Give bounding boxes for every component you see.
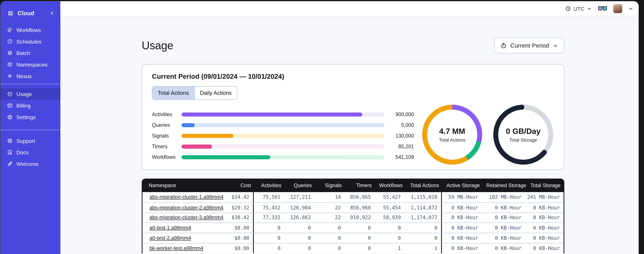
bar-value: 130,000 [388,133,414,139]
cell-total_storage: 241 MB-Hour [525,192,564,202]
column-header-queries: Queries [285,182,315,188]
clock-icon [565,6,571,12]
sidebar-item-workflows[interactable]: Workflows [0,24,60,36]
account-menu-chevron-icon[interactable] [628,6,633,11]
column-header-workflows: Workflows [376,182,406,188]
bar-track [182,123,384,127]
usage-icon [7,91,13,97]
cell-active_storage: 59 MB-Hour [442,192,482,202]
table-row: a0-test-2.a98mm4$0.000000000 KB-Hour0 KB… [142,233,564,243]
topbar: UTC [60,1,639,16]
column-header-activities: Activities [254,182,285,188]
cell-timers: 856,865 [345,192,375,202]
chevron-down-icon [553,43,558,48]
cell-total_actions: 1,115,018 [405,192,442,202]
cell-active_storage: 0 KB-Hour [442,244,482,253]
namespace-link[interactable]: abs-migration-cluster-1.a98mm4 [150,194,224,200]
cell-retained_storage: 0 KB-Hour [482,233,525,243]
donut-label: Total Storage [510,138,537,142]
tab-total-actions[interactable]: Total Actions [152,86,194,99]
bar-fill [182,112,362,116]
sidebar-item-welcome[interactable]: Welcome [0,158,60,170]
bar-label: Workflows [152,154,178,160]
cell-total_actions: 0 [405,233,442,243]
sidebar-item-nexus[interactable]: Nexus [0,70,60,82]
bar-track [182,144,384,148]
bar-track [182,155,384,159]
cell-active_storage: 0 KB-Hour [442,203,482,212]
bar-label: Queries [152,122,178,128]
batch-icon [7,50,13,56]
namespace-link[interactable]: a0-test-2.a98mm4 [150,235,191,241]
actions-bar-chart: Activities 900,000Queries 5,000Signals 1… [152,111,414,165]
donut-total-storage: 0 GB/Day Total Storage [493,105,553,165]
cell-retained_storage: 0 KB-Hour [482,223,525,233]
screen: Cloud Workflows Schedules Batch Namespac… [0,0,644,254]
timezone-selector[interactable]: UTC [565,6,592,12]
settings-icon [7,114,13,120]
chevron-down-icon [587,6,592,11]
period-selector-button[interactable]: Current Period [494,38,564,53]
feedback-glasses-icon[interactable] [598,6,607,12]
cell-workflows: 0 [375,233,405,243]
cell-queries: 126,984 [284,203,314,212]
cell-activities: 0 [254,233,284,243]
bar-label: Timers [152,144,178,150]
timezone-label: UTC [574,6,584,12]
cell-cost: $34.42 [227,192,254,202]
user-avatar[interactable] [613,4,622,13]
bar-fill [182,123,194,127]
page-title: Usage [142,39,173,52]
cell-cost: $0.00 [227,233,254,243]
cell-workflows: 55,454 [375,203,405,212]
sidebar-nav-account: Usage Billing Settings [0,84,60,128]
column-header-namespace: Namespace [142,182,228,188]
donut-center-text: 4.7 MM Total Actions [422,105,482,165]
bar-fill [182,134,233,138]
usage-table: NamespaceCostActivitiesQueriesSignalsTim… [142,178,564,253]
tab-daily-actions[interactable]: Daily Actions [194,86,237,99]
cell-retained_storage: 0 KB-Hour [482,203,525,212]
main-area: UTC Usage Current Period [60,1,639,254]
cell-signals: 14 [314,192,345,202]
table-row: abs-migration-cluster-3.a98mm4$38.4277,3… [142,212,564,223]
cell-timers: 0 [345,233,375,243]
sidebar-item-label: Usage [16,91,32,97]
cell-total_storage: 0 KB-Hour [525,203,564,212]
sidebar-item-label: Nexus [16,73,32,79]
cell-activities: 0 [254,223,284,233]
sidebar-item-batch[interactable]: Batch [0,47,60,59]
cell-active_storage: 0 KB-Hour [442,213,482,223]
docs-icon [7,150,13,155]
sidebar-item-billing[interactable]: Billing [0,100,60,111]
cell-queries: 0 [284,223,314,233]
sidebar-item-label: Welcome [16,161,38,167]
sidebar-item-namespaces[interactable]: Namespaces [0,59,60,70]
sidebar-nav-footer: Support Docs Welcome [0,130,60,170]
bar-row-workflows: Workflows 541,109 [152,154,414,160]
sidebar-item-support[interactable]: Support [0,135,60,146]
sidebar-item-docs[interactable]: Docs [0,146,60,158]
cell-activities: 75,452 [254,203,284,212]
cell-queries: 0 [284,233,314,243]
stopwatch-icon [500,42,507,49]
cell-signals: 22 [314,203,345,212]
namespaces-icon [7,62,13,67]
sidebar-item-schedules[interactable]: Schedules [0,36,60,47]
namespace-link[interactable]: bk-worker-test.a98mm4 [150,246,204,251]
sidebar-item-settings[interactable]: Settings [0,111,60,123]
nexus-icon [7,73,13,79]
namespace-link[interactable]: abs-migration-cluster-2.a98mm4 [150,205,224,210]
column-header-cost: Cost [228,182,254,188]
cell-workflows: 1 [375,244,405,253]
sidebar-item-label: Schedules [16,38,42,44]
charts: Activities 900,000Queries 5,000Signals 1… [152,111,554,165]
cell-namespace: abs-migration-cluster-2.a98mm4 [142,203,227,212]
cell-workflows: 58,939 [375,213,405,223]
sidebar-item-usage[interactable]: Usage [0,88,60,100]
namespace-link[interactable]: abs-migration-cluster-3.a98mm4 [150,215,224,221]
sidebar-collapse-button[interactable] [49,10,55,16]
namespace-link[interactable]: a0-test-1.a98mm4 [150,225,191,231]
table-row: abs-migration-cluster-1.a98mm4$34.4275,5… [142,192,564,202]
bar-row-queries: Queries 5,000 [152,122,414,128]
